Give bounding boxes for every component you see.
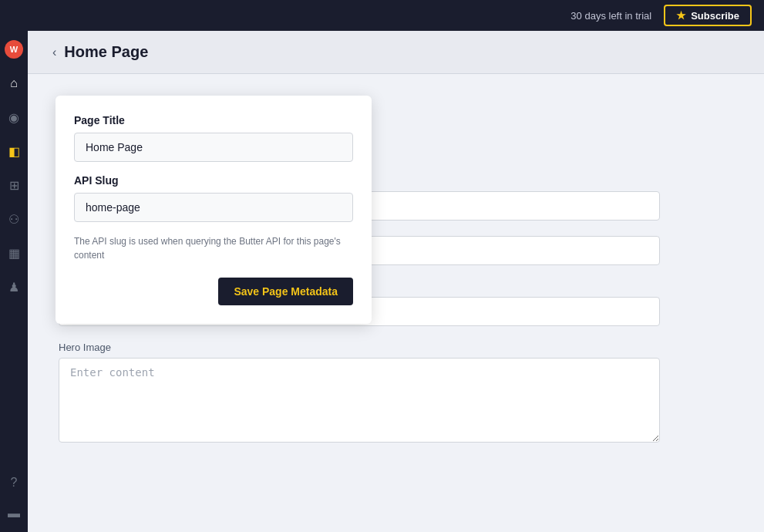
sidebar-item-people[interactable]: ⚇ <box>5 210 23 228</box>
sidebar-item-document[interactable]: ◧ <box>5 142 23 160</box>
top-bar: 30 days left in trial ★ Subscribe <box>0 0 764 31</box>
hero-image-label: Hero Image <box>59 342 733 353</box>
star-icon: ★ <box>676 9 686 22</box>
trial-text: 30 days left in trial <box>570 10 651 22</box>
content-area: Page Title API Slug The API slug is used… <box>28 74 764 486</box>
sidebar-item-grid[interactable]: ⊞ <box>5 176 23 194</box>
page-metadata-popup: Page Title API Slug The API slug is used… <box>56 96 372 324</box>
back-button[interactable]: ‹ <box>52 45 56 59</box>
hero-image-input[interactable] <box>59 358 660 443</box>
page-title-label: Page Title <box>74 114 353 126</box>
subscribe-label: Subscribe <box>691 10 739 22</box>
hero-image-group: Hero Image <box>59 342 733 446</box>
api-slug-input[interactable] <box>74 193 353 222</box>
save-page-metadata-button[interactable]: Save Page Metadata <box>218 278 353 305</box>
page-title-input[interactable] <box>74 133 353 162</box>
sidebar-item-image[interactable]: ▦ <box>5 244 23 262</box>
sidebar-item-home[interactable]: ⌂ <box>5 74 23 93</box>
help-icon[interactable]: ? <box>5 473 23 492</box>
page-title: Home Page <box>64 43 148 61</box>
api-slug-help-text: The API slug is used when querying the B… <box>74 234 353 262</box>
sidebar-bottom: ? ▬ <box>5 473 23 523</box>
terminal-icon[interactable]: ▬ <box>5 504 23 523</box>
sidebar-item-users[interactable]: ♟ <box>5 278 23 296</box>
main-content: ‹ Home Page Page Title API Slug The API … <box>28 31 764 532</box>
subscribe-button[interactable]: ★ Subscribe <box>664 5 752 26</box>
page-header: ‹ Home Page <box>28 31 764 74</box>
sidebar: W ⌂ ◉ ◧ ⊞ ⚇ ▦ ♟ ? ▬ <box>0 31 28 532</box>
api-slug-label: API Slug <box>74 174 353 187</box>
sidebar-item-signal[interactable]: ◉ <box>5 108 23 126</box>
avatar: W <box>5 40 23 59</box>
